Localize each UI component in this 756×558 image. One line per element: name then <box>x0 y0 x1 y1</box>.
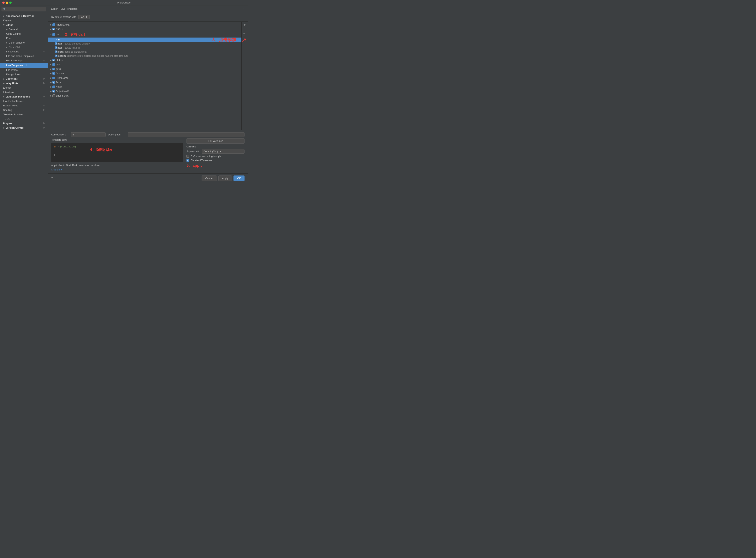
group-checkbox[interactable]: ✓ <box>52 33 55 36</box>
sidebar-item-editor[interactable]: ▶ Editor <box>0 23 48 27</box>
add-button[interactable]: + <box>242 22 247 27</box>
item-checkbox[interactable]: ✓ <box>55 55 57 57</box>
keyword-if: if <box>54 145 57 148</box>
sidebar-item-live-edit[interactable]: Live Edit of literals <box>0 99 48 103</box>
group-checkbox[interactable]: ✓ <box>52 85 55 88</box>
abbreviation-input[interactable] <box>71 132 106 137</box>
sidebar-item-plugins[interactable]: Plugins ⚙ <box>0 121 48 126</box>
apply-button[interactable]: Apply <box>218 176 232 181</box>
item-checkbox[interactable]: ✓ <box>55 38 57 41</box>
sidebar-item-color-scheme[interactable]: ▶ Color Scheme <box>0 41 48 45</box>
shorten-checkbox[interactable]: ✓ <box>186 159 189 162</box>
maximize-button[interactable] <box>9 2 11 4</box>
group-checkbox[interactable]: ✓ <box>52 72 55 75</box>
template-group-cpp[interactable]: ▶ ✓ C/C++ <box>48 27 241 31</box>
group-checkbox[interactable]: ✓ <box>52 90 55 93</box>
group-checkbox[interactable]: ✓ <box>52 63 55 66</box>
sidebar-item-copyright[interactable]: ▶ Copyright ⚙ <box>0 77 48 81</box>
forward-button[interactable]: → <box>242 7 244 10</box>
expand-with-value: Default (Tab) <box>204 150 218 153</box>
sidebar-item-language-injections[interactable]: ▶ Language Injections ⚙ <box>0 95 48 99</box>
group-checkbox[interactable]: ✓ <box>52 59 55 61</box>
group-label: getX <box>56 68 61 71</box>
group-checkbox[interactable]: ✓ <box>52 28 55 30</box>
template-group-flutter[interactable]: ▶ ✓ Flutter <box>48 58 241 62</box>
sidebar-item-intentions[interactable]: Intentions <box>0 90 48 95</box>
sidebar-item-file-types[interactable]: File Types <box>0 68 48 72</box>
sidebar-item-keymap[interactable]: Keymap <box>0 18 48 23</box>
chevron-icon: ▶ <box>50 59 52 61</box>
change-link[interactable]: Change <box>51 168 60 171</box>
template-item-soutm[interactable]: ✓ soutm (prints the current class and me… <box>48 54 241 58</box>
footer-buttons: Cancel Apply OK <box>202 176 244 181</box>
template-group-getx[interactable]: ▶ ✓ getx <box>48 62 241 67</box>
sidebar-item-todo[interactable]: TODO <box>0 117 48 121</box>
search-box[interactable]: 🔍 <box>2 7 46 11</box>
sidebar-item-live-templates[interactable]: Live Templates 1 <box>0 63 48 68</box>
template-group-androidxml[interactable]: ▶ ✓ AndroidXML <box>48 22 241 27</box>
remove-button[interactable]: − <box>242 27 247 32</box>
sidebar-item-font[interactable]: Font <box>0 36 48 41</box>
ok-button[interactable]: OK <box>234 176 244 181</box>
sidebar-item-version-control[interactable]: ▶ Version Control ⚙ <box>0 126 48 130</box>
sidebar-item-label: Keymap <box>3 19 12 22</box>
sidebar-item-file-code-templates[interactable]: File and Code Templates <box>0 54 48 58</box>
back-button[interactable]: ← <box>238 7 240 10</box>
sidebar-item-inspections[interactable]: Inspections ⚙ <box>0 49 48 54</box>
item-abbr: sout <box>58 50 63 53</box>
sidebar-item-appearance[interactable]: ▶ Appearance & Behavior <box>0 14 48 18</box>
template-text-area[interactable]: if ($CONDITION$) { } 4、编辑代码 <box>51 143 183 162</box>
cancel-button[interactable]: Cancel <box>202 176 217 181</box>
help-icon[interactable]: ? <box>51 177 53 180</box>
sidebar-item-file-encodings[interactable]: File Encodings ⚙ <box>0 58 48 63</box>
sidebar-item-design-tools[interactable]: Design Tools <box>0 72 48 77</box>
template-group-getX[interactable]: ▶ ✓ getX <box>48 67 241 71</box>
template-item-if[interactable]: ✓ if <box>48 37 241 42</box>
template-group-shellscript[interactable]: ▶ — Shell Script <box>48 94 241 98</box>
item-checkbox[interactable]: ✓ <box>55 46 57 49</box>
sidebar-item-code-editing[interactable]: Code Editing <box>0 31 48 36</box>
item-checkbox[interactable]: ✓ <box>55 42 57 45</box>
sidebar-item-spelling[interactable]: Spelling ⚙ <box>0 108 48 112</box>
reformat-row: Reformat according to style <box>186 155 244 158</box>
item-desc: (Iterate elements of array) <box>63 42 90 45</box>
group-checkbox[interactable]: — <box>52 95 55 97</box>
sidebar-item-label: Spelling <box>3 108 12 111</box>
template-group-htmlxml[interactable]: ▶ ✓ HTML/XML <box>48 76 241 80</box>
reformat-checkbox[interactable] <box>186 155 189 158</box>
restore-button[interactable]: ↩ <box>242 37 247 42</box>
group-checkbox[interactable]: ✓ <box>52 81 55 83</box>
sidebar-item-reader-mode[interactable]: Reader Mode ⚙ <box>0 103 48 108</box>
chevron-icon: ▶ <box>50 86 52 88</box>
template-item-iter[interactable]: ✓ iter (Iterate (for..in)) <box>48 46 241 50</box>
template-group-dart[interactable]: ▶ ✓ Dart 2、选择 dart <box>48 31 241 37</box>
applicable-text: Applicable in Dart; Dart: statement, top… <box>51 164 101 167</box>
template-group-java[interactable]: ▶ ✓ Java <box>48 80 241 84</box>
template-text-label: Template text: <box>51 138 183 141</box>
sidebar-item-general[interactable]: ▶ General <box>0 27 48 31</box>
sidebar-item-emmet[interactable]: Emmet <box>0 85 48 90</box>
expand-with-select[interactable]: Default (Tab) ▼ <box>202 149 244 154</box>
template-group-kotlin[interactable]: ▶ ✓ Kotlin <box>48 84 241 89</box>
group-checkbox[interactable]: ✓ <box>52 68 55 70</box>
copy-button[interactable]: ⿻ <box>242 32 247 37</box>
template-item-sout[interactable]: ✓ sout (print to standard out) <box>48 50 241 54</box>
group-checkbox[interactable]: ✓ <box>52 77 55 79</box>
sidebar-item-inlay-hints[interactable]: ▶ Inlay Hints ⚙ <box>0 81 48 85</box>
minimize-button[interactable] <box>6 2 8 4</box>
chevron-icon: ▶ <box>50 68 52 70</box>
sidebar-item-textmate[interactable]: TextMate Bundles <box>0 112 48 117</box>
template-item-itar[interactable]: ✓ itar (Iterate elements of array) <box>48 42 241 46</box>
template-group-objectivec[interactable]: ▶ ✓ Objective-C <box>48 89 241 94</box>
expand-with-select[interactable]: Tab ▼ <box>78 15 89 19</box>
item-checkbox[interactable]: ✓ <box>55 51 57 53</box>
group-checkbox[interactable]: ✓ <box>52 23 55 26</box>
sidebar-item-code-style[interactable]: ▶ Code Style <box>0 45 48 49</box>
chevron-icon: ▶ <box>3 24 5 26</box>
group-label: HTML/XML <box>56 76 69 79</box>
template-group-groovy[interactable]: ▶ ✓ Groovy <box>48 71 241 76</box>
edit-variables-button[interactable]: Edit variables <box>186 138 244 144</box>
description-input[interactable] <box>128 132 244 137</box>
close-button[interactable] <box>2 2 5 4</box>
item-desc: (Iterate (for..in)) <box>63 46 80 49</box>
